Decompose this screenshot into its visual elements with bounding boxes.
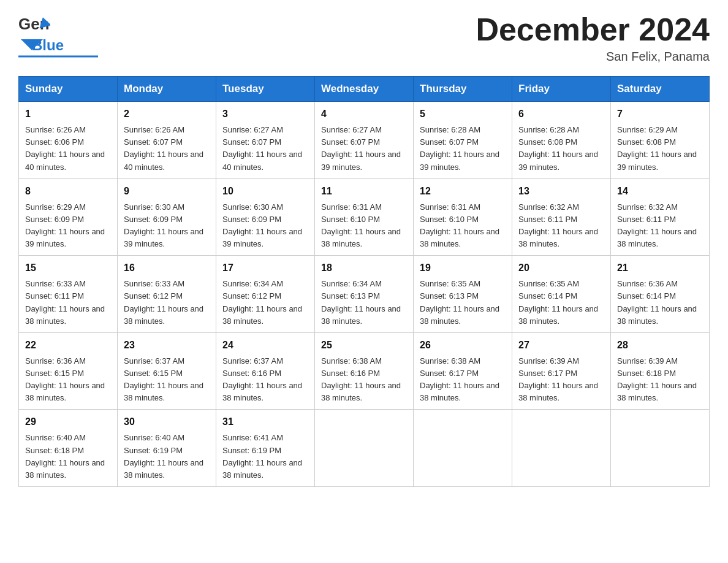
day-number: 13 bbox=[518, 184, 604, 199]
day-number: 30 bbox=[124, 415, 210, 429]
day-number: 3 bbox=[222, 107, 308, 121]
day-info: Sunrise: 6:40 AMSunset: 6:19 PMDaylight:… bbox=[124, 433, 203, 479]
day-number: 19 bbox=[420, 261, 506, 275]
calendar-cell: 17Sunrise: 6:34 AMSunset: 6:12 PMDayligh… bbox=[216, 256, 315, 333]
weekday-header-row: SundayMondayTuesdayWednesdayThursdayFrid… bbox=[19, 77, 710, 102]
day-info: Sunrise: 6:29 AMSunset: 6:09 PMDaylight:… bbox=[25, 202, 105, 248]
calendar-cell: 30Sunrise: 6:40 AMSunset: 6:19 PMDayligh… bbox=[118, 410, 216, 487]
day-info: Sunrise: 6:39 AMSunset: 6:18 PMDaylight:… bbox=[617, 356, 697, 402]
weekday-header-thursday: Thursday bbox=[414, 77, 512, 102]
day-info: Sunrise: 6:34 AMSunset: 6:12 PMDaylight:… bbox=[222, 279, 302, 325]
day-info: Sunrise: 6:37 AMSunset: 6:15 PMDaylight:… bbox=[124, 356, 203, 402]
day-info: Sunrise: 6:28 AMSunset: 6:08 PMDaylight:… bbox=[518, 125, 598, 171]
calendar-week-row: 8Sunrise: 6:29 AMSunset: 6:09 PMDaylight… bbox=[19, 178, 710, 256]
day-info: Sunrise: 6:28 AMSunset: 6:07 PMDaylight:… bbox=[420, 125, 499, 171]
calendar-cell: 4Sunrise: 6:27 AMSunset: 6:07 PMDaylight… bbox=[315, 102, 414, 179]
day-number: 4 bbox=[321, 107, 407, 121]
calendar-cell bbox=[315, 410, 414, 487]
calendar-cell: 3Sunrise: 6:27 AMSunset: 6:07 PMDaylight… bbox=[216, 102, 315, 179]
calendar-cell: 6Sunrise: 6:28 AMSunset: 6:08 PMDaylight… bbox=[512, 102, 611, 179]
location: San Felix, Panama bbox=[476, 50, 710, 64]
calendar-cell: 18Sunrise: 6:34 AMSunset: 6:13 PMDayligh… bbox=[315, 256, 414, 333]
day-info: Sunrise: 6:38 AMSunset: 6:16 PMDaylight:… bbox=[321, 356, 401, 402]
day-info: Sunrise: 6:36 AMSunset: 6:14 PMDaylight:… bbox=[617, 279, 697, 325]
day-info: Sunrise: 6:33 AMSunset: 6:11 PMDaylight:… bbox=[25, 279, 105, 325]
day-info: Sunrise: 6:36 AMSunset: 6:15 PMDaylight:… bbox=[25, 356, 105, 402]
day-info: Sunrise: 6:29 AMSunset: 6:08 PMDaylight:… bbox=[617, 125, 697, 171]
day-info: Sunrise: 6:35 AMSunset: 6:13 PMDaylight:… bbox=[420, 279, 499, 325]
day-info: Sunrise: 6:40 AMSunset: 6:18 PMDaylight:… bbox=[25, 433, 105, 479]
day-info: Sunrise: 6:32 AMSunset: 6:11 PMDaylight:… bbox=[518, 202, 598, 248]
day-number: 26 bbox=[420, 338, 506, 353]
day-info: Sunrise: 6:30 AMSunset: 6:09 PMDaylight:… bbox=[222, 202, 302, 248]
day-info: Sunrise: 6:32 AMSunset: 6:11 PMDaylight:… bbox=[617, 202, 697, 248]
day-info: Sunrise: 6:30 AMSunset: 6:09 PMDaylight:… bbox=[124, 202, 203, 248]
day-info: Sunrise: 6:33 AMSunset: 6:12 PMDaylight:… bbox=[124, 279, 203, 325]
day-info: Sunrise: 6:31 AMSunset: 6:10 PMDaylight:… bbox=[420, 202, 499, 248]
weekday-header-wednesday: Wednesday bbox=[315, 77, 414, 102]
day-number: 31 bbox=[222, 415, 308, 429]
day-info: Sunrise: 6:27 AMSunset: 6:07 PMDaylight:… bbox=[321, 125, 401, 171]
calendar-cell bbox=[611, 410, 710, 487]
weekday-header-tuesday: Tuesday bbox=[216, 77, 315, 102]
day-info: Sunrise: 6:26 AMSunset: 6:06 PMDaylight:… bbox=[25, 125, 105, 171]
day-info: Sunrise: 6:38 AMSunset: 6:17 PMDaylight:… bbox=[420, 356, 499, 402]
calendar-cell: 2Sunrise: 6:26 AMSunset: 6:07 PMDaylight… bbox=[118, 102, 216, 179]
calendar-cell: 27Sunrise: 6:39 AMSunset: 6:17 PMDayligh… bbox=[512, 332, 611, 410]
day-number: 29 bbox=[25, 415, 111, 429]
calendar-cell: 25Sunrise: 6:38 AMSunset: 6:16 PMDayligh… bbox=[315, 332, 414, 410]
day-info: Sunrise: 6:35 AMSunset: 6:14 PMDaylight:… bbox=[518, 279, 598, 325]
calendar-cell: 23Sunrise: 6:37 AMSunset: 6:15 PMDayligh… bbox=[118, 332, 216, 410]
day-number: 18 bbox=[321, 261, 407, 275]
day-info: Sunrise: 6:39 AMSunset: 6:17 PMDaylight:… bbox=[518, 356, 598, 402]
day-number: 15 bbox=[25, 261, 111, 275]
day-number: 2 bbox=[124, 107, 210, 121]
day-number: 6 bbox=[518, 107, 604, 121]
day-number: 23 bbox=[124, 338, 210, 353]
weekday-header-sunday: Sunday bbox=[19, 77, 118, 102]
page-header: General Blue December 2024 San Felix, Pa… bbox=[18, 12, 710, 64]
calendar-cell: 22Sunrise: 6:36 AMSunset: 6:15 PMDayligh… bbox=[19, 332, 118, 410]
weekday-header-friday: Friday bbox=[512, 77, 611, 102]
calendar-cell: 8Sunrise: 6:29 AMSunset: 6:09 PMDaylight… bbox=[19, 178, 118, 256]
day-number: 24 bbox=[222, 338, 308, 353]
day-number: 17 bbox=[222, 261, 308, 275]
calendar-table: SundayMondayTuesdayWednesdayThursdayFrid… bbox=[18, 76, 710, 487]
month-title: December 2024 bbox=[476, 12, 710, 47]
day-number: 20 bbox=[518, 261, 604, 275]
calendar-week-row: 22Sunrise: 6:36 AMSunset: 6:15 PMDayligh… bbox=[19, 332, 710, 410]
day-number: 8 bbox=[25, 184, 111, 199]
day-number: 28 bbox=[617, 338, 703, 353]
day-number: 1 bbox=[25, 107, 111, 121]
day-info: Sunrise: 6:37 AMSunset: 6:16 PMDaylight:… bbox=[222, 356, 302, 402]
day-number: 16 bbox=[124, 261, 210, 275]
calendar-week-row: 15Sunrise: 6:33 AMSunset: 6:11 PMDayligh… bbox=[19, 256, 710, 333]
calendar-cell: 5Sunrise: 6:28 AMSunset: 6:07 PMDaylight… bbox=[414, 102, 512, 179]
weekday-header-saturday: Saturday bbox=[611, 77, 710, 102]
day-number: 21 bbox=[617, 261, 703, 275]
day-number: 9 bbox=[124, 184, 210, 199]
day-info: Sunrise: 6:34 AMSunset: 6:13 PMDaylight:… bbox=[321, 279, 401, 325]
calendar-cell: 28Sunrise: 6:39 AMSunset: 6:18 PMDayligh… bbox=[611, 332, 710, 410]
calendar-cell: 14Sunrise: 6:32 AMSunset: 6:11 PMDayligh… bbox=[611, 178, 710, 256]
day-number: 7 bbox=[617, 107, 703, 121]
calendar-cell: 1Sunrise: 6:26 AMSunset: 6:06 PMDaylight… bbox=[19, 102, 118, 179]
day-info: Sunrise: 6:31 AMSunset: 6:10 PMDaylight:… bbox=[321, 202, 401, 248]
day-number: 10 bbox=[222, 184, 308, 199]
day-number: 25 bbox=[321, 338, 407, 353]
calendar-cell: 24Sunrise: 6:37 AMSunset: 6:16 PMDayligh… bbox=[216, 332, 315, 410]
calendar-cell: 7Sunrise: 6:29 AMSunset: 6:08 PMDaylight… bbox=[611, 102, 710, 179]
day-info: Sunrise: 6:41 AMSunset: 6:19 PMDaylight:… bbox=[222, 433, 302, 479]
day-number: 11 bbox=[321, 184, 407, 199]
svg-text:Blue: Blue bbox=[32, 37, 64, 53]
calendar-cell: 15Sunrise: 6:33 AMSunset: 6:11 PMDayligh… bbox=[19, 256, 118, 333]
calendar-cell: 16Sunrise: 6:33 AMSunset: 6:12 PMDayligh… bbox=[118, 256, 216, 333]
title-area: December 2024 San Felix, Panama bbox=[476, 12, 710, 64]
calendar-cell: 12Sunrise: 6:31 AMSunset: 6:10 PMDayligh… bbox=[414, 178, 512, 256]
logo-bottom: Blue bbox=[18, 37, 104, 59]
day-number: 5 bbox=[420, 107, 506, 121]
day-number: 14 bbox=[617, 184, 703, 199]
calendar-cell: 26Sunrise: 6:38 AMSunset: 6:17 PMDayligh… bbox=[414, 332, 512, 410]
calendar-cell: 31Sunrise: 6:41 AMSunset: 6:19 PMDayligh… bbox=[216, 410, 315, 487]
day-number: 12 bbox=[420, 184, 506, 199]
